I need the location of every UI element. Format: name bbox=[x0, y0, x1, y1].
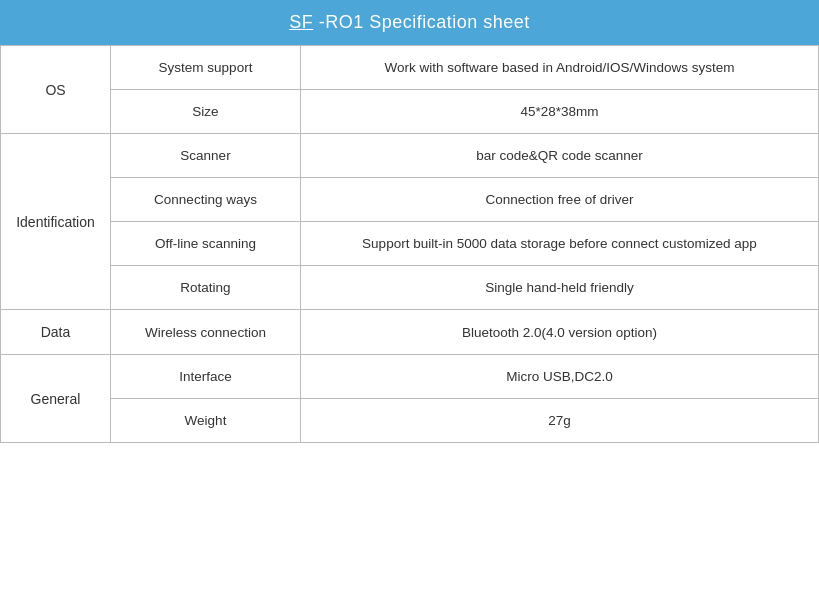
table-row: Off-line scanning Support built-in 5000 … bbox=[1, 222, 819, 266]
value-weight: 27g bbox=[301, 399, 819, 443]
subcategory-rotating: Rotating bbox=[111, 266, 301, 310]
table-row: Weight 27g bbox=[1, 399, 819, 443]
value-scanner: bar code&QR code scanner bbox=[301, 134, 819, 178]
spec-table: OS System support Work with software bas… bbox=[0, 45, 819, 443]
subcategory-interface: Interface bbox=[111, 355, 301, 399]
value-wireless: Bluetooth 2.0(4.0 version option) bbox=[301, 310, 819, 355]
value-system-support: Work with software based in Android/IOS/… bbox=[301, 46, 819, 90]
table-row: Identification Scanner bar code&QR code … bbox=[1, 134, 819, 178]
table-row: OS System support Work with software bas… bbox=[1, 46, 819, 90]
subcategory-system-support: System support bbox=[111, 46, 301, 90]
table-row: Connecting ways Connection free of drive… bbox=[1, 178, 819, 222]
title-bar: SF -RO1 Specification sheet bbox=[0, 0, 819, 45]
title-suffix: -RO1 Specification sheet bbox=[313, 12, 530, 32]
value-offline-scanning: Support built-in 5000 data storage befor… bbox=[301, 222, 819, 266]
value-rotating: Single hand-held friendly bbox=[301, 266, 819, 310]
category-data: Data bbox=[1, 310, 111, 355]
title-text: SF -RO1 Specification sheet bbox=[289, 12, 530, 32]
category-identification: Identification bbox=[1, 134, 111, 310]
subcategory-weight: Weight bbox=[111, 399, 301, 443]
value-interface: Micro USB,DC2.0 bbox=[301, 355, 819, 399]
table-row: Data Wireless connection Bluetooth 2.0(4… bbox=[1, 310, 819, 355]
title-prefix: SF bbox=[289, 12, 313, 32]
subcategory-wireless: Wireless connection bbox=[111, 310, 301, 355]
subcategory-size: Size bbox=[111, 90, 301, 134]
page-wrapper: SF -RO1 Specification sheet OS System su… bbox=[0, 0, 819, 443]
value-connecting-ways: Connection free of driver bbox=[301, 178, 819, 222]
subcategory-connecting-ways: Connecting ways bbox=[111, 178, 301, 222]
table-row: Rotating Single hand-held friendly bbox=[1, 266, 819, 310]
category-os: OS bbox=[1, 46, 111, 134]
category-general: General bbox=[1, 355, 111, 443]
subcategory-offline-scanning: Off-line scanning bbox=[111, 222, 301, 266]
table-row: General Interface Micro USB,DC2.0 bbox=[1, 355, 819, 399]
table-row: Size 45*28*38mm bbox=[1, 90, 819, 134]
subcategory-scanner: Scanner bbox=[111, 134, 301, 178]
value-size: 45*28*38mm bbox=[301, 90, 819, 134]
